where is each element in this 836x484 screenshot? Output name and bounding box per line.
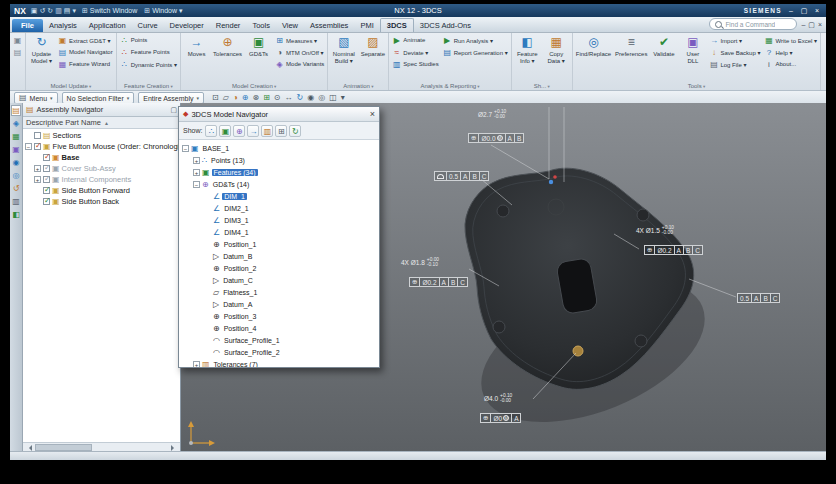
expand-icon[interactable]: +	[34, 176, 41, 183]
expand-icon[interactable]: +	[34, 165, 41, 172]
spec-studies-button[interactable]: ▥Spec Studies	[391, 58, 439, 70]
deviate-button[interactable]: ≈Deviate ▾	[391, 46, 439, 58]
expand-icon[interactable]: +	[193, 169, 200, 176]
ribbon-group-label[interactable]: Animation	[330, 83, 386, 90]
scroll-left-icon[interactable]	[26, 445, 32, 451]
assembly-navigator-tab[interactable]: ▤	[12, 106, 20, 115]
child-close-button[interactable]: ×	[818, 21, 822, 29]
model-navigator-button[interactable]: ▤Model Navigator	[57, 46, 114, 58]
dcs-tree-item[interactable]: ⊕Position_2	[179, 262, 379, 274]
tab-analysis[interactable]: Analysis	[43, 19, 83, 32]
redo-icon[interactable]: ↻	[47, 6, 53, 15]
visibility-checkbox[interactable]	[43, 154, 50, 161]
refresh-tree-button[interactable]: ↻	[289, 125, 301, 137]
web-browser-tab[interactable]: ◎	[13, 171, 20, 180]
show-features-toggle[interactable]: ▣	[219, 125, 231, 137]
dcs-tree-item[interactable]: ∠DIM4_1	[179, 226, 379, 238]
customize-quick-access-icon[interactable]: ▾	[72, 6, 76, 15]
roles-tab[interactable]: ◧	[12, 210, 20, 219]
visibility-checkbox[interactable]	[43, 176, 50, 183]
update-model-button[interactable]: ↻UpdateModel ▾	[28, 34, 55, 64]
mtm-onoff-button[interactable]: ◑MTM On/Off ▾	[274, 46, 325, 58]
assembly-tree-row[interactable]: +▣Cover Sub-Assy	[23, 163, 180, 174]
minimize-button[interactable]: –	[786, 7, 796, 15]
scroll-right-icon[interactable]	[171, 445, 177, 451]
ribbon-group-label[interactable]: Analysis & Reporting	[391, 83, 508, 90]
nominal-build-button[interactable]: ▧NominalBuild ▾	[330, 34, 357, 64]
tab-file[interactable]: File	[12, 19, 43, 32]
dcs-tree-item[interactable]: ▷Datum_B	[179, 250, 379, 262]
show-measures-toggle[interactable]: ⊞	[275, 125, 287, 137]
command-finder[interactable]: Find a Command	[709, 18, 797, 30]
show-points-toggle[interactable]: ∴	[205, 125, 217, 137]
ribbon-group-label[interactable]: Sh...	[514, 83, 570, 90]
import-button[interactable]: →Import ▾	[708, 34, 761, 46]
assembly-tree-row[interactable]: ▣Side Button Forward	[23, 185, 180, 196]
dcs-tree-item[interactable]: ∠DIM2_1	[179, 202, 379, 214]
animate-button[interactable]: ▶Animate	[391, 34, 439, 46]
dcs-tree-item[interactable]: ⊕Position_1	[179, 238, 379, 250]
collapse-icon[interactable]: −	[25, 143, 32, 150]
visibility-checkbox[interactable]	[43, 187, 50, 194]
expand-icon[interactable]: +	[193, 157, 200, 164]
close-button[interactable]: ×	[812, 7, 822, 15]
tab-assemblies[interactable]: Assemblies	[304, 19, 354, 32]
pan-icon[interactable]: ↔	[285, 93, 293, 103]
visibility-checkbox[interactable]	[34, 132, 41, 139]
gdts-button[interactable]: ▣GD&Ts	[245, 34, 272, 58]
assembly-tree-row[interactable]: +▣Internal Components	[23, 174, 180, 185]
validate-button[interactable]: ✔Validate	[650, 34, 677, 58]
reuse-library-tab[interactable]: ▣	[12, 145, 20, 154]
dcs-tree-item[interactable]: +∴Points (13)	[179, 154, 379, 166]
dcs-tree-item[interactable]: ∠DIM_1	[179, 190, 379, 202]
write-to-excel-button[interactable]: ▦Write to Excel ▾	[763, 34, 818, 46]
tab-developer[interactable]: Developer	[164, 19, 210, 32]
collapse-icon[interactable]: −	[193, 181, 200, 188]
assembly-tree-row[interactable]: ▤Sections	[23, 130, 180, 141]
tab-curve[interactable]: Curve	[132, 19, 164, 32]
dcs-tree-item[interactable]: +▣Features (34)	[179, 166, 379, 178]
show-tolerances-toggle[interactable]: ▥	[261, 125, 273, 137]
visibility-checkbox[interactable]	[34, 143, 41, 150]
dynamic-points-button[interactable]: ∴Dynamic Points ▾	[119, 58, 178, 70]
wireframe-view-icon[interactable]: ◎	[318, 93, 325, 103]
feature-points-button[interactable]: ∴Feature Points	[119, 46, 178, 58]
dcs-tree-item[interactable]: ▷Datum_A	[179, 298, 379, 310]
extract-gdt-button[interactable]: ▣Extract GD&T ▾	[57, 34, 114, 46]
run-analysis-button[interactable]: ▶Run Analysis ▾	[442, 34, 509, 46]
collapse-icon[interactable]: −	[182, 145, 189, 152]
moves-button[interactable]: →Moves	[183, 34, 210, 58]
feature-info-button[interactable]: ◧FeatureInfo ▾	[514, 34, 541, 64]
tab-pmi[interactable]: PMI	[354, 19, 379, 32]
switch-window-menu[interactable]: ⊞Switch Window	[82, 6, 137, 15]
dcs-window-titlebar[interactable]: ◆ 3DCS Model Navigator ×	[179, 107, 379, 122]
dcs-tree-item[interactable]: ⊕Position_3	[179, 310, 379, 322]
dcs-tree-item[interactable]: −▣BASE_1	[179, 142, 379, 154]
sort-ascending-icon[interactable]: ▲	[104, 120, 109, 126]
more-tools-icon[interactable]: ▾	[341, 93, 345, 103]
dcs-tree-item[interactable]: ◠Surface_Profile_1	[179, 334, 379, 346]
copy-icon[interactable]: ▥	[55, 6, 62, 15]
history-tab[interactable]: ↺	[13, 184, 20, 193]
dcs-tree-item[interactable]: +▥Tolerances (7)	[179, 358, 379, 367]
show-gdts-toggle[interactable]: ⊕	[233, 125, 245, 137]
assembly-tree-row[interactable]: ▣Side Button Back	[23, 196, 180, 207]
paste-icon[interactable]: ▤	[64, 6, 71, 15]
close-icon[interactable]: ×	[370, 110, 375, 119]
expand-icon[interactable]: +	[193, 361, 200, 368]
tab-application[interactable]: Application	[83, 19, 132, 32]
user-dll-button[interactable]: ▣UserDLL	[679, 34, 706, 64]
show-moves-toggle[interactable]: →	[247, 125, 259, 137]
window-menu[interactable]: ⊞Window ▾	[144, 6, 182, 15]
rotate-view-icon[interactable]: ↻	[297, 93, 304, 103]
copy-data-button[interactable]: ▦CopyData ▾	[543, 34, 570, 64]
help-button[interactable]: ?Help ▾	[763, 46, 818, 58]
constraint-navigator-tab[interactable]: ◈	[13, 119, 19, 128]
about-button[interactable]: iAbout...	[763, 58, 818, 70]
zoom-icon[interactable]: ⊙	[274, 93, 281, 103]
find-replace-button[interactable]: ◎Find/Replace	[575, 34, 612, 58]
visibility-checkbox[interactable]	[43, 198, 50, 205]
assembly-tree-row[interactable]: ▣Base	[23, 152, 180, 163]
ribbon-group-label[interactable]: Feature Creation	[119, 83, 178, 90]
visibility-checkbox[interactable]	[43, 165, 50, 172]
